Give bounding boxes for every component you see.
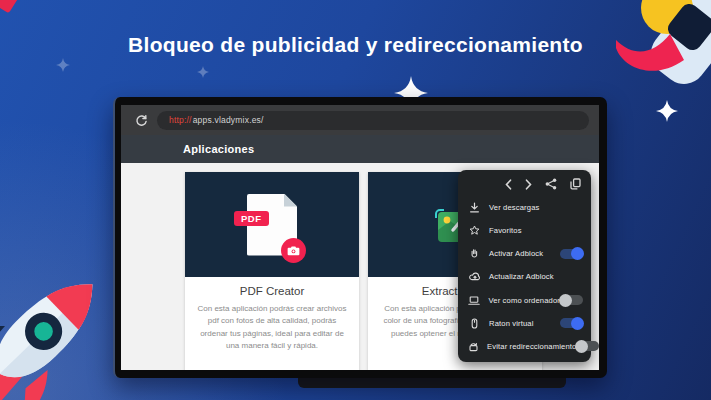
sparkle-icon [656, 100, 678, 122]
menu-item-favoritos[interactable]: Favoritos [458, 219, 591, 242]
toggle-evitar-redireccionamiento[interactable] [576, 341, 599, 351]
browser-screen: http://apps.vladymix.es/ Aplicaciones PD… [121, 105, 599, 370]
computer-icon [468, 295, 480, 306]
toggle-activar-adblock[interactable] [560, 249, 583, 259]
toggle-raton-virtual[interactable] [560, 318, 583, 328]
menu-item-label: Ver descargas [489, 203, 583, 212]
download-icon [468, 202, 481, 213]
menu-item-evitar-redireccionamiento[interactable]: Evitar redireccionamiento [458, 335, 591, 358]
corner-accent-shape [0, 0, 19, 13]
menu-item-raton-virtual[interactable]: Raton virtual [458, 312, 591, 335]
browser-menu-panel: Ver descargas Favoritos Activar Adblock [458, 170, 591, 362]
toggle-ver-como-ordenador[interactable] [560, 295, 583, 305]
mouse-icon [468, 318, 481, 329]
back-icon[interactable] [505, 179, 512, 190]
star-icon [468, 225, 481, 236]
tabs-icon[interactable] [570, 178, 581, 190]
menu-item-label: Actualizar Adblock [489, 272, 583, 281]
page-fold-icon [284, 194, 297, 207]
url-field[interactable]: http://apps.vladymix.es/ [157, 111, 589, 130]
cloud-update-icon [468, 271, 481, 282]
menu-item-label: Favoritos [489, 226, 583, 235]
app-card-title: PDF Creator [185, 285, 359, 297]
share-icon[interactable] [545, 178, 557, 190]
url-scheme: http:// [169, 115, 192, 125]
sparkle-icon [197, 66, 209, 78]
menu-item-activar-adblock[interactable]: Activar Adblock [458, 242, 591, 265]
camera-icon [281, 238, 306, 263]
pdf-badge: PDF [234, 211, 269, 226]
menu-item-label: Ver como ordenador [488, 296, 560, 305]
url-host: apps.vladymix.es/ [193, 115, 264, 125]
sparkle-icon [56, 58, 70, 72]
reload-icon[interactable] [133, 112, 149, 128]
menu-nav-row [458, 172, 591, 196]
menu-item-ver-descargas[interactable]: Ver descargas [458, 196, 591, 219]
app-card-description: Con esta aplicación podrás crear archivo… [185, 303, 359, 353]
page-content: PDF PDF Creator Con esta aplicación podr… [121, 163, 599, 370]
page-header-bar: Aplicaciones [121, 135, 599, 163]
menu-item-actualizar-adblock[interactable]: Actualizar Adblock [458, 265, 591, 288]
page-header-label: Aplicaciones [183, 143, 254, 155]
menu-item-ver-como-ordenador[interactable]: Ver como ordenador [458, 289, 591, 312]
menu-item-label: Evitar redireccionamiento [487, 342, 576, 351]
forward-icon[interactable] [525, 179, 532, 190]
promo-canvas: Bloqueo de publicidad y redireccionamien… [0, 0, 711, 400]
app-card-pdf-creator[interactable]: PDF PDF Creator Con esta aplicación podr… [185, 172, 359, 370]
page-title: Bloqueo de publicidad y redireccionamien… [0, 33, 711, 57]
menu-item-label: Raton virtual [489, 319, 560, 328]
pdf-creator-thumbnail: PDF [185, 172, 359, 277]
browser-toolbar: http://apps.vladymix.es/ [121, 105, 599, 135]
redirect-icon [468, 341, 479, 352]
menu-item-label: Activar Adblock [489, 249, 560, 258]
adblock-hand-icon [468, 248, 481, 259]
